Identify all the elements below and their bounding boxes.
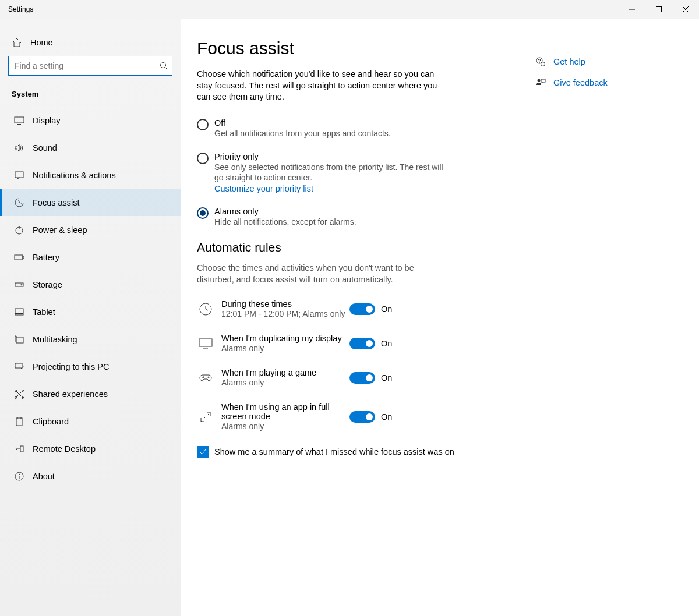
sidebar-item-display[interactable]: Display bbox=[0, 107, 181, 134]
tablet-icon bbox=[14, 307, 24, 317]
sidebar-item-label: Sound bbox=[33, 143, 57, 153]
rule-title: When I'm duplicating my display bbox=[221, 334, 350, 343]
rule-during-these-times[interactable]: During these times 12:01 PM - 12:00 PM; … bbox=[197, 299, 523, 318]
rule-title: When I'm using an app in full screen mod… bbox=[221, 402, 350, 421]
search-input[interactable] bbox=[9, 61, 156, 70]
svg-point-39 bbox=[539, 62, 540, 63]
radio-off-title: Off bbox=[214, 118, 391, 128]
sidebar: Home System Display Sound bbox=[0, 19, 181, 616]
sidebar-item-remote-desktop[interactable]: Remote Desktop bbox=[0, 435, 181, 462]
sidebar-item-label: Storage bbox=[33, 280, 62, 289]
svg-point-4 bbox=[161, 63, 166, 68]
radio-option-off[interactable]: Off Get all notifications from your apps… bbox=[197, 118, 523, 139]
rule-playing-a-game[interactable]: When I'm playing a game Alarms only On bbox=[197, 368, 523, 387]
summary-checkbox[interactable] bbox=[197, 446, 209, 458]
page-description: Choose which notification you'd like to … bbox=[197, 69, 447, 103]
power-icon bbox=[14, 225, 24, 235]
clipboard-icon bbox=[14, 416, 24, 427]
svg-rect-6 bbox=[15, 117, 24, 123]
rule-toggle-state: On bbox=[381, 305, 392, 314]
home-icon bbox=[12, 37, 22, 48]
sidebar-item-projecting[interactable]: Projecting to this PC bbox=[0, 353, 181, 380]
rule-toggle[interactable] bbox=[350, 338, 375, 349]
fullscreen-icon bbox=[197, 408, 214, 426]
sidebar-item-label: Power & sleep bbox=[33, 225, 87, 235]
rule-subtitle: Alarms only bbox=[221, 344, 350, 353]
monitor-icon bbox=[197, 335, 214, 352]
sidebar-item-label: Focus assist bbox=[33, 198, 80, 207]
sidebar-item-multitasking[interactable]: Multitasking bbox=[0, 325, 181, 353]
sidebar-item-label: Tablet bbox=[33, 307, 55, 317]
radio-priority[interactable] bbox=[197, 153, 209, 164]
help-icon bbox=[535, 56, 546, 68]
sidebar-item-label: Notifications & actions bbox=[33, 171, 116, 180]
radio-off[interactable] bbox=[197, 119, 209, 130]
rule-toggle-state: On bbox=[381, 412, 392, 422]
radio-alarms-title: Alarms only bbox=[214, 207, 356, 216]
display-icon bbox=[14, 115, 24, 126]
rule-fullscreen-app[interactable]: When I'm using an app in full screen mod… bbox=[197, 402, 523, 431]
sidebar-item-sound[interactable]: Sound bbox=[0, 134, 181, 161]
sidebar-item-focus-assist[interactable]: Focus assist bbox=[0, 189, 181, 216]
rule-toggle[interactable] bbox=[350, 303, 375, 315]
svg-rect-1 bbox=[656, 7, 662, 12]
customize-priority-link[interactable]: Customize your priority list bbox=[214, 184, 313, 193]
sidebar-item-tablet[interactable]: Tablet bbox=[0, 298, 181, 325]
home-link[interactable]: Home bbox=[0, 29, 181, 56]
give-feedback-link[interactable]: Give feedback bbox=[535, 77, 676, 88]
sidebar-item-power[interactable]: Power & sleep bbox=[0, 216, 181, 243]
notifications-icon bbox=[14, 170, 24, 180]
feedback-icon bbox=[535, 77, 546, 88]
sidebar-item-label: Display bbox=[33, 116, 61, 125]
radio-alarms[interactable] bbox=[197, 207, 209, 219]
sidebar-item-notifications[interactable]: Notifications & actions bbox=[0, 161, 181, 189]
main-content: Focus assist Choose which notification y… bbox=[197, 38, 523, 616]
svg-point-30 bbox=[19, 474, 20, 475]
sidebar-item-battery[interactable]: Battery bbox=[0, 243, 181, 271]
radio-priority-description: See only selected notifications from the… bbox=[214, 162, 453, 183]
rule-toggle-state: On bbox=[381, 339, 392, 348]
svg-rect-27 bbox=[20, 446, 23, 452]
rule-toggle-state: On bbox=[381, 373, 392, 383]
close-button[interactable] bbox=[672, 0, 699, 19]
rule-duplicating-display[interactable]: When I'm duplicating my display Alarms o… bbox=[197, 334, 523, 353]
sidebar-item-storage[interactable]: Storage bbox=[0, 271, 181, 298]
radio-option-alarms[interactable]: Alarms only Hide all notifications, exce… bbox=[197, 207, 523, 228]
storage-icon bbox=[14, 279, 24, 290]
svg-rect-11 bbox=[15, 255, 23, 260]
svg-point-14 bbox=[21, 284, 22, 285]
maximize-button[interactable] bbox=[645, 0, 672, 19]
svg-rect-18 bbox=[15, 363, 22, 368]
svg-point-34 bbox=[208, 377, 209, 378]
about-icon bbox=[14, 471, 24, 482]
sidebar-item-shared[interactable]: Shared experiences bbox=[0, 380, 181, 408]
rule-toggle[interactable] bbox=[350, 411, 375, 423]
sidebar-item-label: Battery bbox=[33, 253, 59, 262]
minimize-button[interactable] bbox=[619, 0, 645, 19]
search-box[interactable] bbox=[8, 56, 172, 76]
sidebar-item-clipboard[interactable]: Clipboard bbox=[0, 408, 181, 435]
svg-point-40 bbox=[541, 62, 545, 66]
section-label: System bbox=[0, 82, 181, 107]
sidebar-item-label: Remote Desktop bbox=[33, 444, 96, 454]
rule-toggle[interactable] bbox=[350, 372, 375, 384]
svg-rect-8 bbox=[15, 172, 23, 178]
rule-title: When I'm playing a game bbox=[221, 368, 350, 377]
radio-off-description: Get all notifications from your apps and… bbox=[214, 129, 391, 139]
sidebar-item-label: Multitasking bbox=[33, 335, 77, 344]
automatic-rules-description: Choose the times and activities when you… bbox=[197, 263, 453, 285]
automatic-rules-heading: Automatic rules bbox=[197, 240, 523, 254]
summary-checkbox-row[interactable]: Show me a summary of what I missed while… bbox=[197, 446, 523, 458]
get-help-link[interactable]: Get help bbox=[535, 56, 676, 68]
svg-rect-32 bbox=[199, 339, 212, 346]
summary-checkbox-label: Show me a summary of what I missed while… bbox=[214, 447, 454, 456]
gamepad-icon bbox=[197, 369, 214, 387]
sidebar-item-about[interactable]: About bbox=[0, 462, 181, 490]
clock-icon bbox=[197, 300, 214, 318]
radio-option-priority[interactable]: Priority only See only selected notifica… bbox=[197, 152, 523, 194]
multitasking-icon bbox=[14, 334, 24, 345]
focus-assist-icon bbox=[14, 197, 24, 208]
shared-icon bbox=[14, 389, 24, 399]
projecting-icon bbox=[14, 362, 24, 372]
battery-icon bbox=[14, 252, 24, 263]
